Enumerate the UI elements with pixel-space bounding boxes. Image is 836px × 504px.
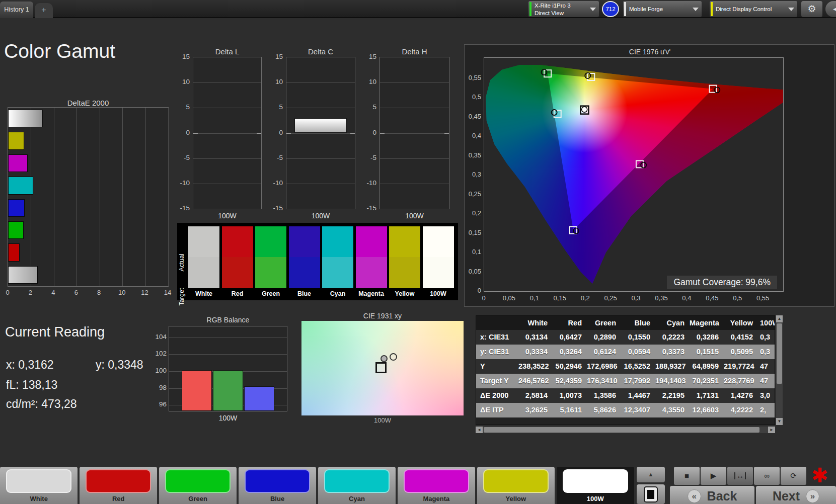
back-button[interactable]: « Back (670, 486, 754, 504)
pattern-button-row: WhiteRedGreenBlueCyanMagentaYellow100W (0, 467, 634, 504)
table-row[interactable]: x: CIE310,31340,64270,28900,15500,22230,… (476, 330, 775, 345)
table-cell: 246,5762 (518, 374, 553, 388)
column-header (476, 316, 518, 330)
pattern-button-100w[interactable]: 100W (557, 467, 634, 504)
gridline (77, 108, 77, 286)
x-tick-label: 0,2 (575, 294, 595, 302)
table-cell: 17,7992 (621, 374, 655, 388)
x-tick-label: 4 (47, 289, 59, 296)
gridline (286, 158, 355, 159)
reading-fl: fL: 138,13 (6, 378, 57, 392)
bar-green (213, 370, 243, 411)
bar-yellow (8, 132, 24, 149)
reading-cdm2: cd/m²: 473,28 (6, 397, 77, 411)
table-cell: 12,6603 (690, 403, 724, 417)
pattern-button-green[interactable]: Green (159, 467, 237, 504)
y-tick-label: -15 (173, 204, 190, 212)
play-button[interactable]: ▶ (701, 467, 726, 485)
target-swatch-blue (289, 257, 320, 288)
table-cell: 3,0 (758, 388, 775, 403)
target-swatch-magenta (356, 257, 387, 288)
table-cell: 0,3264 (553, 345, 587, 359)
table-cell: 0,1515 (690, 345, 724, 359)
display-control-dropdown[interactable]: Direct Display Control (710, 1, 797, 17)
gridline (169, 338, 287, 338)
vscroll-thumb[interactable] (777, 323, 782, 384)
table-cell: 1,0073 (553, 388, 587, 403)
pattern-up-button[interactable]: ▲ (637, 467, 665, 482)
table-row[interactable]: ΔE ITP3,26255,16115,862612,34074,355012,… (476, 403, 775, 417)
y-tick-label: -10 (266, 179, 283, 187)
x-tick-label: 10 (116, 289, 128, 296)
y-tick-label: 0,05 (465, 268, 481, 275)
table-hscrollbar[interactable]: ◄ ► (476, 427, 775, 433)
table-row[interactable]: Y238,352250,2946172,698616,5252188,93276… (476, 359, 775, 374)
meter-count-badge[interactable]: 712 (602, 1, 619, 17)
table-header-row: WhiteRedGreenBlueCyanMagentaYellow100W (476, 316, 775, 330)
swatch-label: Cyan (322, 290, 353, 297)
tab-history-1[interactable]: History 1 (0, 2, 33, 18)
next-button[interactable]: Next » (756, 486, 836, 504)
pattern-button-red[interactable]: Red (80, 467, 157, 504)
pattern-swatch (86, 469, 151, 493)
y-tick-label: -5 (266, 154, 283, 161)
y-tick-label: 104 (148, 333, 167, 341)
table-cell: 52,4359 (553, 374, 587, 388)
table-cell: 0,1550 (621, 330, 655, 345)
x-tick-label: 6 (70, 289, 82, 296)
actual-swatch-100w (423, 226, 454, 257)
target-swatch-red (222, 257, 253, 288)
gridline (54, 108, 54, 286)
scroll-left-button[interactable]: ◄ (476, 427, 483, 433)
source-dropdown[interactable]: Mobile Forge (623, 1, 702, 17)
infinity-icon: ∞ (764, 471, 770, 480)
table-cell: 0,4152 (724, 330, 758, 345)
pattern-window-icon (644, 486, 658, 502)
x-tick-label: 0 (2, 289, 14, 296)
zero-tick (444, 133, 449, 134)
settings-button[interactable]: ⚙ (801, 1, 822, 17)
table-cell: 0,3373 (655, 345, 690, 359)
table-row[interactable]: ΔE 20002,58141,00731,35861,44672,21951,7… (476, 388, 775, 403)
cie1976-markers (484, 58, 783, 291)
pattern-button-yellow[interactable]: Yellow (477, 467, 555, 504)
y-tick-label: 0,1 (465, 248, 481, 256)
table-row[interactable]: y: CIE310,33340,32640,61240,05940,33730,… (476, 345, 775, 359)
scroll-up-button[interactable]: ▲ (776, 315, 783, 322)
add-tab-button[interactable]: + (35, 3, 53, 18)
stop-button[interactable]: ■ (674, 467, 700, 485)
y-tick-label: 0,2 (465, 209, 481, 217)
pattern-swatch (6, 469, 71, 493)
scroll-right-button[interactable]: ► (768, 427, 775, 433)
pattern-button-magenta[interactable]: Magenta (398, 467, 475, 504)
y-tick-label: 0,3 (465, 171, 481, 178)
pattern-button-cyan[interactable]: Cyan (318, 467, 396, 504)
pattern-window-button[interactable] (637, 484, 665, 504)
continuous-measure-button[interactable]: ∞ (754, 467, 780, 485)
y-tick-label: 0 (173, 129, 190, 136)
swatch-label: Red (222, 290, 253, 297)
column-header: Cyan (655, 316, 690, 330)
scroll-down-button[interactable]: ▼ (776, 418, 783, 425)
y-tick-label: 0,45 (465, 113, 481, 120)
y-tick-label: 0,55 (465, 74, 481, 81)
reading-y: y: 0,3348 (96, 358, 143, 372)
x-tick-label: 0,15 (550, 294, 570, 302)
meter-dropdown[interactable]: X-Rite i1Pro 3 Direct View (528, 1, 599, 17)
table-cell: 2,5814 (518, 388, 553, 403)
hscroll-thumb[interactable] (484, 427, 759, 433)
y-tick-label: 0,35 (465, 151, 481, 159)
bar-blue (8, 199, 25, 217)
pattern-button-white[interactable]: White (0, 467, 78, 504)
y-tick-label: 0 (465, 287, 481, 294)
y-tick-label: 15 (173, 53, 190, 60)
table-vscrollbar[interactable]: ▲ ▼ (776, 315, 783, 425)
refresh-button[interactable]: ⟳ (781, 467, 806, 485)
pattern-size-button[interactable]: ↔ (727, 467, 753, 485)
y-tick-label: -5 (173, 154, 190, 161)
pattern-button-blue[interactable]: Blue (239, 467, 316, 504)
cie1931-title: CIE 1931 xy (301, 312, 464, 320)
collapse-bar-button[interactable]: ◀ (825, 1, 836, 17)
table-row[interactable]: Target Y246,576252,4359176,341017,799219… (476, 374, 775, 388)
table-cell: 12,3407 (621, 403, 655, 417)
